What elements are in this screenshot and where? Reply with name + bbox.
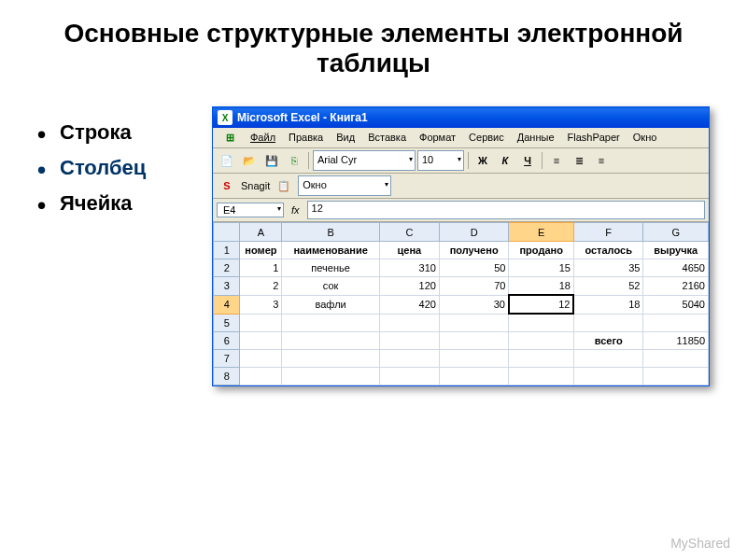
cell[interactable]: 70 [439, 277, 509, 296]
select-all-corner[interactable] [214, 223, 240, 242]
cell[interactable] [439, 314, 509, 332]
save-icon[interactable]: 💾 [261, 150, 282, 171]
cell[interactable] [643, 368, 709, 385]
row-header-5[interactable]: 5 [214, 314, 240, 332]
cell[interactable] [643, 350, 709, 368]
align-left-icon[interactable]: ≡ [546, 150, 567, 171]
name-box[interactable]: E4 [217, 203, 284, 217]
cell[interactable]: осталось [573, 242, 642, 259]
menu-file[interactable]: Файл [245, 130, 281, 146]
row-header-2[interactable]: 2 [214, 259, 240, 277]
snagit-window-select[interactable]: Окно [298, 175, 391, 196]
spreadsheet-grid[interactable]: A B C D E F G 1 номер наименование цена … [213, 222, 709, 385]
cell[interactable] [240, 368, 282, 385]
cell[interactable]: получено [439, 242, 509, 259]
snagit-capture-icon[interactable]: 📋 [274, 175, 294, 196]
cell[interactable]: вафли [282, 295, 379, 314]
total-value[interactable]: 11850 [643, 332, 709, 350]
cell[interactable] [439, 350, 509, 368]
align-center-icon[interactable]: ≣ [569, 150, 589, 171]
cell[interactable]: 18 [509, 277, 574, 296]
cell[interactable] [573, 350, 642, 368]
cell[interactable]: номер [240, 242, 282, 259]
permission-icon[interactable]: ⎘ [284, 150, 304, 171]
cell[interactable]: 15 [509, 259, 574, 277]
cell[interactable]: 4650 [643, 259, 709, 277]
cell[interactable]: сок [282, 277, 379, 296]
cell[interactable] [282, 350, 379, 368]
cell[interactable]: 52 [573, 277, 642, 296]
cell[interactable]: наименование [282, 242, 379, 259]
fx-label[interactable]: fx [291, 204, 300, 216]
cell[interactable] [282, 314, 379, 332]
new-icon[interactable]: 📄 [217, 150, 237, 171]
cell[interactable]: продано [509, 242, 574, 259]
menu-view[interactable]: Вид [331, 130, 360, 146]
cell[interactable]: 50 [439, 259, 509, 277]
align-right-icon[interactable]: ≡ [591, 150, 612, 171]
row-header-4[interactable]: 4 [214, 295, 240, 314]
cell[interactable] [509, 350, 574, 368]
cell[interactable] [509, 368, 574, 385]
cell[interactable] [240, 350, 282, 368]
cell[interactable] [379, 350, 439, 368]
menu-insert[interactable]: Вставка [362, 130, 412, 146]
cell[interactable]: 120 [379, 277, 439, 296]
cell[interactable] [240, 332, 282, 350]
col-header-b[interactable]: B [282, 223, 379, 242]
cell[interactable] [509, 332, 574, 350]
cell[interactable]: печенье [282, 259, 379, 277]
font-name-select[interactable]: Arial Cyr [313, 150, 416, 171]
cell[interactable] [439, 332, 509, 350]
cell[interactable] [379, 314, 439, 332]
bold-button[interactable]: Ж [472, 150, 493, 171]
row-header-6[interactable]: 6 [214, 332, 240, 350]
total-label[interactable]: всего [573, 332, 642, 350]
row-header-3[interactable]: 3 [214, 277, 240, 296]
cell[interactable] [573, 368, 642, 385]
row-header-1[interactable]: 1 [214, 242, 240, 259]
cell[interactable]: цена [379, 242, 439, 259]
underline-button[interactable]: Ч [517, 150, 538, 171]
active-cell[interactable]: 12 [509, 295, 574, 314]
cell[interactable]: 310 [379, 259, 439, 277]
col-header-c[interactable]: C [379, 223, 439, 242]
cell[interactable] [282, 368, 379, 385]
cell[interactable]: 2 [240, 277, 282, 296]
cell[interactable]: 1 [240, 259, 282, 277]
menu-flashpaper[interactable]: FlashPaper [562, 130, 626, 146]
cell[interactable] [379, 332, 439, 350]
cell[interactable]: 30 [439, 295, 509, 314]
row-header-8[interactable]: 8 [214, 368, 240, 385]
cell[interactable]: 35 [573, 259, 642, 277]
snagit-icon[interactable]: S [217, 175, 237, 196]
row-header-7[interactable]: 7 [214, 350, 240, 368]
cell[interactable] [282, 332, 379, 350]
cell[interactable]: 5040 [643, 295, 709, 314]
menu-format[interactable]: Формат [414, 130, 461, 146]
menu-data[interactable]: Данные [512, 130, 560, 146]
cell[interactable]: 18 [573, 295, 642, 314]
font-size-select[interactable]: 10 [417, 150, 464, 171]
cell[interactable]: 420 [379, 295, 439, 314]
cell[interactable] [240, 314, 282, 332]
cell[interactable]: 3 [240, 295, 282, 314]
cell[interactable] [573, 314, 642, 332]
cell[interactable] [379, 368, 439, 385]
cell[interactable] [643, 314, 709, 332]
col-header-g[interactable]: G [643, 223, 709, 242]
cell[interactable] [509, 314, 574, 332]
formula-input[interactable]: 12 [307, 201, 705, 219]
menu-window[interactable]: Окно [627, 130, 663, 146]
cell[interactable] [439, 368, 509, 385]
col-header-e[interactable]: E [509, 223, 574, 242]
menu-edit[interactable]: Правка [283, 130, 329, 146]
open-icon[interactable]: 📂 [239, 150, 260, 171]
menu-tools[interactable]: Сервис [463, 130, 510, 146]
italic-button[interactable]: К [495, 150, 515, 171]
cell[interactable]: 2160 [643, 277, 709, 296]
col-header-f[interactable]: F [573, 223, 642, 242]
col-header-a[interactable]: A [240, 223, 282, 242]
cell[interactable]: выручка [643, 242, 709, 259]
col-header-d[interactable]: D [439, 223, 509, 242]
